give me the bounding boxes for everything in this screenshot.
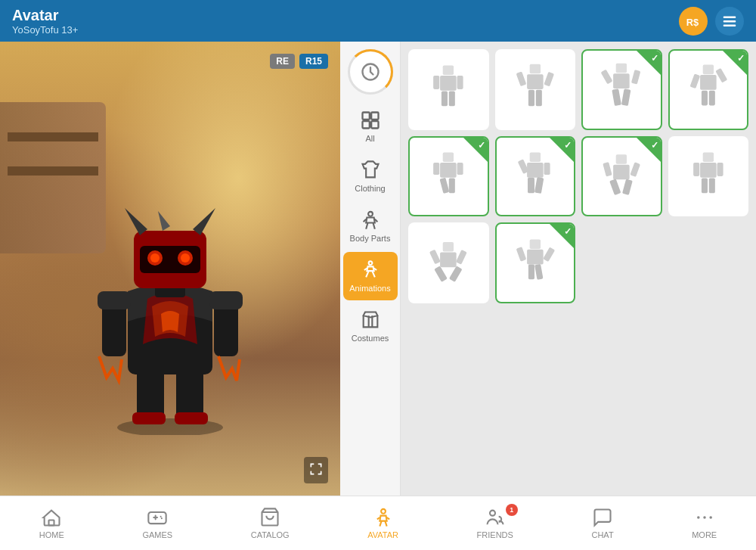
recent-button[interactable] [348, 49, 393, 95]
animation-item-10[interactable]: ✓ [495, 222, 576, 303]
sidebar-all-label: All [365, 134, 374, 143]
check-4: ✓ [737, 53, 745, 64]
svg-rect-71 [700, 163, 717, 178]
svg-rect-8 [175, 412, 208, 424]
svg-rect-23 [371, 113, 378, 120]
svg-rect-59 [527, 163, 544, 178]
animation-item-5[interactable]: ✓ [408, 136, 489, 217]
svg-rect-77 [440, 253, 457, 268]
svg-point-26 [368, 212, 373, 216]
svg-rect-32 [442, 92, 448, 107]
svg-rect-81 [449, 266, 463, 283]
animation-grid: ✓ ✓ [408, 49, 748, 303]
sidebar-animations-label: Animations [349, 284, 390, 293]
svg-point-90 [381, 509, 386, 514]
animation-item-7[interactable]: ✓ [581, 136, 662, 217]
fullscreen-button[interactable] [304, 457, 328, 483]
sidebar-body-parts-label: Body Parts [350, 234, 391, 243]
svg-rect-68 [610, 179, 621, 195]
svg-rect-11 [98, 291, 131, 309]
nav-chat[interactable]: CHAT [584, 504, 621, 542]
animation-item-9[interactable] [408, 222, 489, 303]
svg-point-20 [181, 253, 190, 263]
check-3: ✓ [651, 53, 658, 64]
svg-rect-34 [530, 64, 541, 74]
svg-rect-38 [528, 90, 534, 107]
nav-chat-label: CHAT [591, 530, 613, 539]
sidebar-item-all[interactable]: All [343, 102, 398, 151]
svg-rect-57 [449, 178, 455, 193]
svg-rect-88 [49, 520, 54, 526]
svg-rect-48 [689, 74, 700, 89]
svg-rect-35 [527, 75, 544, 90]
nav-home[interactable]: HOME [32, 504, 72, 542]
re-badge[interactable]: RE [270, 54, 295, 69]
svg-rect-42 [601, 70, 613, 85]
svg-rect-58 [530, 152, 541, 162]
nav-avatar[interactable]: AVATAR [360, 504, 406, 542]
nav-avatar-label: AVATAR [367, 530, 398, 539]
svg-point-94 [709, 516, 712, 519]
svg-point-91 [490, 511, 495, 516]
nav-catalog[interactable]: CATALOG [243, 504, 297, 542]
shelf-left [0, 102, 106, 253]
svg-rect-61 [544, 163, 550, 175]
svg-rect-22 [362, 113, 369, 120]
header-title: Avatar [12, 7, 78, 24]
shelf-plank [8, 132, 98, 141]
robux-button[interactable]: R$ [679, 7, 708, 36]
svg-point-27 [368, 261, 372, 265]
nav-friends[interactable]: 1 FRIENDS [469, 504, 521, 542]
svg-rect-55 [457, 163, 463, 175]
svg-rect-65 [613, 165, 630, 180]
nav-games[interactable]: GAMES [135, 504, 180, 542]
svg-rect-5 [137, 367, 164, 420]
svg-rect-46 [703, 65, 714, 75]
friends-badge: 1 [506, 504, 518, 516]
svg-rect-2 [723, 20, 736, 22]
svg-rect-54 [434, 163, 440, 175]
main-area: RE R15 All [0, 42, 756, 496]
svg-rect-41 [613, 74, 630, 89]
content-panel: ✓ ✓ [401, 42, 756, 496]
svg-rect-37 [544, 72, 554, 87]
svg-rect-6 [176, 367, 203, 420]
svg-rect-79 [456, 250, 467, 265]
animation-item-3[interactable]: ✓ [581, 49, 662, 130]
svg-rect-31 [457, 76, 463, 89]
svg-rect-64 [616, 154, 627, 164]
svg-rect-87 [534, 264, 543, 280]
animation-item-6[interactable]: ✓ [495, 136, 576, 217]
sidebar-item-costumes[interactable]: Costumes [343, 302, 398, 350]
svg-rect-52 [443, 152, 454, 162]
animation-item-2[interactable] [495, 49, 576, 130]
sidebar-item-animations[interactable]: Animations [343, 252, 398, 300]
svg-rect-39 [536, 90, 542, 107]
svg-rect-73 [717, 163, 723, 176]
r15-badge[interactable]: R15 [299, 54, 328, 69]
header-right: R$ [679, 7, 744, 36]
animation-item-1[interactable] [408, 49, 489, 130]
sidebar-item-clothing[interactable]: Clothing [343, 152, 398, 200]
menu-button[interactable] [715, 7, 744, 36]
nav-catalog-label: CATALOG [251, 530, 290, 539]
nav-home-label: HOME [39, 530, 64, 539]
svg-rect-29 [440, 76, 457, 91]
svg-rect-85 [543, 247, 555, 263]
nav-friends-label: FRIENDS [477, 530, 513, 539]
nav-more[interactable]: MORE [684, 504, 724, 542]
svg-rect-40 [616, 64, 627, 73]
svg-rect-56 [440, 178, 450, 194]
svg-rect-67 [631, 162, 641, 177]
svg-rect-62 [528, 178, 534, 194]
sidebar-item-body-parts[interactable]: Body Parts [343, 202, 398, 250]
svg-point-93 [703, 516, 706, 519]
animation-item-4[interactable]: ✓ [668, 49, 749, 130]
animation-item-8[interactable] [668, 136, 749, 217]
svg-rect-80 [435, 266, 448, 283]
svg-rect-47 [700, 75, 717, 90]
svg-rect-25 [371, 121, 378, 128]
check-7: ✓ [651, 140, 658, 151]
svg-rect-51 [709, 91, 715, 106]
check-6: ✓ [564, 140, 572, 151]
